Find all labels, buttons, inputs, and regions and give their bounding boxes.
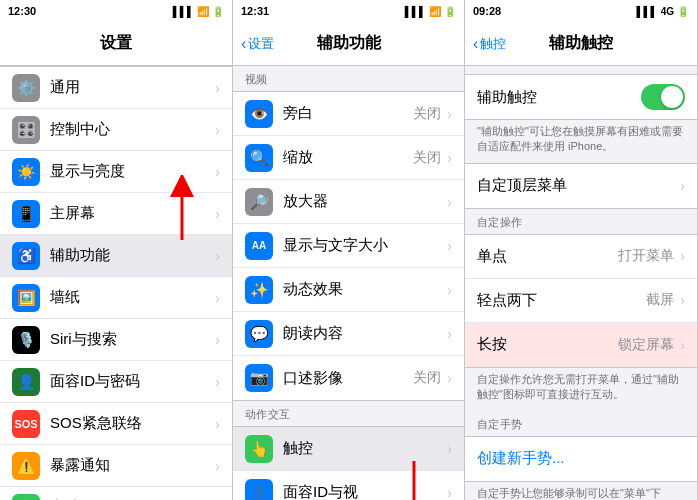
- item-voiceover[interactable]: 👁️ 旁白 关闭 ›: [233, 92, 464, 136]
- settings-item-accessibility[interactable]: ♿ 辅助功能 ›: [0, 235, 232, 277]
- signal-icon-2: ▌▌▌: [405, 6, 426, 17]
- settings-item-sos[interactable]: SOS SOS紧急联络 ›: [0, 403, 232, 445]
- motion-icon: ✨: [245, 276, 273, 304]
- voiceover-value: 关闭: [413, 105, 441, 123]
- settings-item-exposure[interactable]: ⚠️ 暴露通知 ›: [0, 445, 232, 487]
- chevron: ›: [215, 248, 220, 264]
- toggle-thumb: [661, 86, 683, 108]
- chevron: ›: [215, 374, 220, 390]
- accessibility-icon: ♿: [12, 242, 40, 270]
- item-motion[interactable]: ✨ 动态效果 ›: [233, 268, 464, 312]
- chevron: ›: [447, 194, 452, 210]
- settings-item-general[interactable]: ⚙️ 通用 ›: [0, 67, 232, 109]
- double-tap-value: 截屏: [646, 291, 674, 309]
- siri-icon: 🎙️: [12, 326, 40, 354]
- nav-bar-3: ‹ 触控 辅助触控: [465, 22, 697, 66]
- item-magnifier[interactable]: 🔎 放大器 ›: [233, 180, 464, 224]
- wallpaper-icon: 🖼️: [12, 284, 40, 312]
- item-faceidvision[interactable]: 👤 面容ID与视 ›: [233, 471, 464, 500]
- chevron: ›: [447, 370, 452, 386]
- gesture-desc: 自定手势让您能够录制可以在"菜单"下的"自定"中激活的手势。: [465, 482, 697, 500]
- magnifier-label: 放大器: [283, 192, 447, 211]
- chevron: ›: [215, 290, 220, 306]
- faceidvision-label: 面容ID与视: [283, 483, 447, 500]
- display-icon: ☀️: [12, 158, 40, 186]
- assistivetouch-toggle[interactable]: [641, 84, 685, 110]
- item-zoom[interactable]: 🔍 缩放 关闭 ›: [233, 136, 464, 180]
- create-gesture-row[interactable]: 创建新手势...: [465, 437, 697, 481]
- chevron: ›: [447, 485, 452, 501]
- wallpaper-label: 墙纸: [50, 288, 215, 307]
- general-icon: ⚙️: [12, 74, 40, 102]
- interaction-list: 👆 触控 › 👤 面容ID与视 › ⬜ 切换控制 关闭: [233, 426, 464, 500]
- controlcenter-icon: 🎛️: [12, 116, 40, 144]
- single-tap-row[interactable]: 单点 打开菜单 ›: [465, 235, 697, 279]
- signal-icon-1: ▌▌▌: [173, 6, 194, 17]
- video-list: 👁️ 旁白 关闭 › 🔍 缩放 关闭 › 🔎 放大器 › AA 显示与文字大小 …: [233, 91, 464, 401]
- nav-title-2: 辅助功能: [317, 33, 381, 54]
- settings-item-homescreen[interactable]: 📱 主屏幕 ›: [0, 193, 232, 235]
- display-label: 显示与亮度: [50, 162, 215, 181]
- chevron: ›: [680, 178, 685, 194]
- chevron: ›: [447, 106, 452, 122]
- settings-item-siri[interactable]: 🎙️ Siri与搜索 ›: [0, 319, 232, 361]
- wifi-icon-1: 📶: [197, 6, 209, 17]
- network-label-3: 4G: [661, 6, 674, 17]
- chevron: ›: [680, 292, 685, 308]
- status-bar-3: 09:28 ▌▌▌ 4G 🔋: [465, 0, 697, 22]
- voiceover-icon: 👁️: [245, 100, 273, 128]
- chevron: ›: [215, 458, 220, 474]
- settings-item-battery[interactable]: 🔋 电池 ›: [0, 487, 232, 500]
- longpress-desc: 自定操作允许您无需打开菜单，通过"辅助触控"图标即可直接进行互动。: [465, 368, 697, 411]
- settings-panel: 12:30 ▌▌▌ 📶 🔋 设置 ⚙️ 通用 › 🎛️ 控制中心 › ☀️ 显示…: [0, 0, 233, 500]
- exposure-icon: ⚠️: [12, 452, 40, 480]
- assistivetouch-toggle-row: 辅助触控: [465, 75, 697, 119]
- zoom-icon: 🔍: [245, 144, 273, 172]
- wifi-icon-2: 📶: [429, 6, 441, 17]
- battery-icon-3: 🔋: [677, 6, 689, 17]
- back-button-3[interactable]: ‹ 触控: [473, 35, 506, 53]
- scroll-area-3[interactable]: 辅助触控 "辅助触控"可让您在触摸屏幕有困难或需要自适应配件来使用 iPhone…: [465, 66, 697, 500]
- faceid-label: 面容ID与密码: [50, 372, 215, 391]
- nav-bar-2: ‹ 设置 辅助功能: [233, 22, 464, 66]
- assistivetouch-panel: 09:28 ▌▌▌ 4G 🔋 ‹ 触控 辅助触控 辅助触控 "辅助触控"可让您在…: [465, 0, 698, 500]
- status-bar-2: 12:31 ▌▌▌ 📶 🔋: [233, 0, 464, 22]
- item-touch[interactable]: 👆 触控 ›: [233, 427, 464, 471]
- displaytext-icon: AA: [245, 232, 273, 260]
- time-3: 09:28: [473, 5, 501, 17]
- siri-label: Siri与搜索: [50, 330, 215, 349]
- item-spoken[interactable]: 💬 朗读内容 ›: [233, 312, 464, 356]
- scroll-area-1[interactable]: ⚙️ 通用 › 🎛️ 控制中心 › ☀️ 显示与亮度 › 📱 主屏幕 › ♿: [0, 66, 232, 500]
- settings-item-wallpaper[interactable]: 🖼️ 墙纸 ›: [0, 277, 232, 319]
- create-gesture-label: 创建新手势...: [477, 449, 685, 468]
- battery-icon-2: 🔋: [444, 6, 456, 17]
- time-2: 12:31: [241, 5, 269, 17]
- item-displaytext[interactable]: AA 显示与文字大小 ›: [233, 224, 464, 268]
- signal-icon-3: ▌▌▌: [636, 6, 657, 17]
- back-chevron-2: ‹: [241, 35, 246, 53]
- homescreen-icon: 📱: [12, 200, 40, 228]
- long-press-row[interactable]: 长按 锁定屏幕 ›: [465, 323, 697, 367]
- status-bar-1: 12:30 ▌▌▌ 📶 🔋: [0, 0, 232, 22]
- double-tap-label: 轻点两下: [477, 291, 646, 310]
- chevron: ›: [447, 326, 452, 342]
- section-video-label: 视频: [233, 66, 464, 91]
- settings-item-faceid[interactable]: 👤 面容ID与密码 ›: [0, 361, 232, 403]
- back-button-2[interactable]: ‹ 设置: [241, 35, 274, 53]
- topmenu-row[interactable]: 自定顶层菜单 ›: [465, 164, 697, 208]
- nav-bar-1: 设置: [0, 22, 232, 66]
- nav-title-1: 设置: [100, 33, 132, 54]
- custom-actions-group: 单点 打开菜单 › 轻点两下 截屏 › 长按 锁定屏幕 ›: [465, 234, 697, 368]
- faceid-icon: 👤: [12, 368, 40, 396]
- scroll-area-2[interactable]: 视频 👁️ 旁白 关闭 › 🔍 缩放 关闭 › 🔎 放大器 › AA 显示与文: [233, 66, 464, 500]
- settings-item-controlcenter[interactable]: 🎛️ 控制中心 ›: [0, 109, 232, 151]
- item-audiodesc[interactable]: 📷 口述影像 关闭 ›: [233, 356, 464, 400]
- section-interaction-label: 动作交互: [233, 401, 464, 426]
- single-tap-label: 单点: [477, 247, 618, 266]
- double-tap-row[interactable]: 轻点两下 截屏 ›: [465, 279, 697, 323]
- assistivetouch-desc: "辅助触控"可让您在触摸屏幕有困难或需要自适应配件来使用 iPhone。: [465, 120, 697, 163]
- topmenu-label: 自定顶层菜单: [477, 176, 680, 195]
- audiodesc-value: 关闭: [413, 369, 441, 387]
- sos-label: SOS紧急联络: [50, 414, 215, 433]
- settings-item-display[interactable]: ☀️ 显示与亮度 ›: [0, 151, 232, 193]
